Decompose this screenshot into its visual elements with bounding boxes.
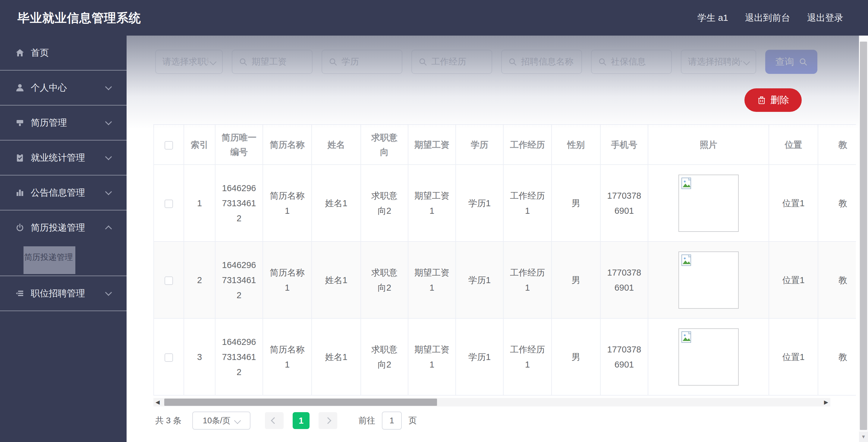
scroll-right-arrow-icon[interactable]: ▶ [822,398,830,406]
current-page-button[interactable]: 1 [293,412,310,429]
cell-work-exp: 工作经历1 [503,241,552,318]
sidebar-item-label: 个人中心 [31,82,67,94]
sidebar-item-employment-stats[interactable]: 就业统计管理 [0,141,127,175]
app-root: 毕业就业信息管理系统 学生 a1 退出到前台 退出登录 首页 个人中心 [0,0,868,442]
sidebar-item-announcement-management[interactable]: 公告信息管理 [0,175,127,210]
sidebar-item-label: 就业统计管理 [31,152,85,164]
page-unit-label: 页 [408,415,417,426]
col-header: 照片 [648,124,769,165]
page-size-select[interactable]: 10条/页 [192,412,250,430]
search-icon [329,58,337,66]
filter-bar: 请选择求职意向 期望工资 学历 工作经历 招聘信息名称 社保信息 [155,50,817,74]
cell-salary: 期望工资1 [408,165,456,241]
chevron-down-icon [105,84,112,90]
cell-name: 姓名1 [312,318,361,395]
exit-to-front-link[interactable]: 退出到前台 [745,12,790,24]
row-checkbox[interactable] [164,276,173,285]
sidebar-item-personal-center[interactable]: 个人中心 [0,70,127,105]
sidebar-item-home[interactable]: 首页 [0,36,127,70]
col-header: 索引 [184,124,215,165]
cell-phone: 17703786901 [600,241,648,318]
search-icon [799,58,807,66]
recruit-post-select[interactable]: 请选择招聘岗位 [681,50,756,74]
social-security-filter-input[interactable]: 社保信息 [591,50,672,74]
cell-education: 学历1 [456,241,503,318]
prev-page-button[interactable] [265,412,284,429]
photo-image[interactable] [678,175,739,232]
col-header: 位置 [769,124,818,165]
app-title: 毕业就业信息管理系统 [18,10,141,26]
cell-education: 学历1 [456,318,503,395]
sidebar-item-label: 首页 [31,47,49,59]
top-header: 毕业就业信息管理系统 学生 a1 退出到前台 退出登录 [0,0,868,36]
photo-image[interactable] [678,252,739,309]
sidebar-item-label: 职位招聘管理 [31,287,85,300]
cell-education-exp: 教 [818,241,856,318]
education-filter-input[interactable]: 学历 [321,50,402,74]
col-header: 学历 [456,124,503,165]
logout-link[interactable]: 退出登录 [807,12,843,24]
cell-salary: 期望工资1 [408,241,456,318]
cell-work-exp: 工作经历1 [503,318,552,395]
home-icon [15,48,25,58]
input-placeholder: 工作经历 [431,56,485,68]
chevron-up-icon [105,226,112,232]
sidebar-item-job-recruit-management[interactable]: 职位招聘管理 [0,276,127,311]
input-placeholder: 招聘信息名称 [521,56,575,68]
query-button[interactable]: 查询 [765,50,817,74]
bar-chart-icon [15,188,25,198]
scroll-left-arrow-icon[interactable]: ◀ [153,398,162,406]
cell-name: 姓名1 [312,165,361,241]
row-checkbox[interactable] [164,200,173,208]
horizontal-scroll-track[interactable] [162,398,822,406]
search-icon [239,58,247,66]
row-checkbox[interactable] [164,353,173,362]
sidebar-subitem-resume-delivery-active[interactable]: 简历投递管理 [24,246,75,274]
goto-page-input[interactable] [382,412,402,430]
input-placeholder: 社保信息 [611,56,664,68]
input-placeholder: 学历 [341,56,395,68]
goto-label: 前往 [358,415,375,426]
chevron-down-icon [105,289,112,296]
current-user-link[interactable]: 学生 a1 [698,12,728,24]
search-icon [598,58,607,66]
vertical-scroll-thumb[interactable] [860,41,867,430]
cell-resume-id: 164629673134612 [215,318,263,395]
sidebar-nav: 首页 个人中心 简历管理 [0,36,127,442]
input-placeholder: 期望工资 [252,56,305,68]
cell-location: 位置1 [769,165,818,241]
select-placeholder: 请选择招聘岗位 [688,56,742,68]
query-button-label: 查询 [775,56,794,68]
select-all-checkbox[interactable] [164,141,173,150]
photo-image[interactable] [678,328,739,386]
sidebar-item-label: 简历投递管理 [31,222,85,234]
col-header: 期望工资 [408,124,456,165]
power-icon [15,223,25,232]
work-exp-filter-input[interactable]: 工作经历 [411,50,492,74]
horizontal-scroll-thumb[interactable] [164,399,437,406]
chevron-down-icon [105,153,112,160]
cell-index: 1 [184,165,215,241]
cell-index: 2 [184,241,215,318]
recruit-name-filter-input[interactable]: 招聘信息名称 [501,50,582,74]
sidebar-item-resume-delivery[interactable]: 简历投递管理 [0,210,127,245]
cell-resume-name: 简历名称1 [263,241,312,318]
salary-filter-input[interactable]: 期望工资 [232,50,313,74]
scroll-down-arrow-icon[interactable]: ▼ [859,432,868,442]
table-row: 3 164629673134612 简历名称1 姓名1 求职意向2 期望工资1 … [154,318,856,395]
vertical-scrollbar[interactable]: ▼ [859,36,868,442]
sidebar-item-resume-management[interactable]: 简历管理 [0,106,127,140]
delete-button[interactable]: 删除 [744,88,802,112]
main-content: 请选择求职意向 期望工资 学历 工作经历 招聘信息名称 社保信息 [127,36,868,442]
cell-gender: 男 [552,318,600,395]
chevron-left-icon [271,417,278,424]
delete-button-label: 删除 [770,94,789,107]
pagination-total: 共 3 条 [155,415,181,426]
select-placeholder: 请选择求职意向 [162,56,208,68]
search-icon [508,58,517,66]
data-table: 索引 简历唯一编号 简历名称 姓名 求职意向 期望工资 学历 工作经历 性别 手… [153,124,856,395]
next-page-button[interactable] [318,412,337,429]
cell-resume-id: 164629673134612 [215,241,263,318]
horizontal-scrollbar: ◀ ▶ [153,398,830,406]
job-intent-select[interactable]: 请选择求职意向 [155,50,223,74]
